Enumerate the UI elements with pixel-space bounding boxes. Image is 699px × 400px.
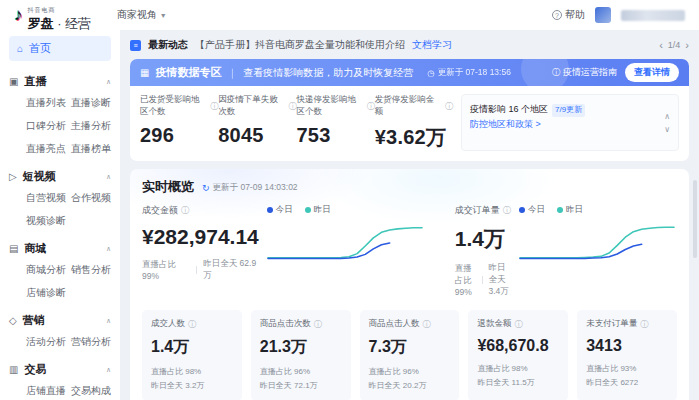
realtime-updated-text: 更新于 07-09 14:03:02 <box>213 182 298 194</box>
arrow-down-icon[interactable]: ∨ <box>664 125 670 134</box>
realtime-header: 实时概览 ↻更新于 07-09 14:03:02 <box>142 178 677 196</box>
sidebar-item[interactable]: 口碑分析 <box>26 119 67 133</box>
epidemic-guide-link[interactable]: ⓘ疫情运营指南 <box>552 66 617 79</box>
section-title: 直播 <box>24 74 46 89</box>
sidebar-item-label: 商城分析 <box>26 264 66 275</box>
section-title: 交易 <box>24 362 46 377</box>
sidebar-item-label: 视频诊断 <box>26 215 66 226</box>
legend-yesterday-label: 昨日 <box>566 204 583 216</box>
notice-policy-link[interactable]: 防控地区和政策 > <box>470 119 541 129</box>
metric-value: ¥68,670.8 <box>477 337 559 355</box>
metric-substats: 直播占比 98% 昨日全天 3.2万 <box>151 365 233 392</box>
sidebar-section: ◇ 营销 ∧ 活动分析营销分析 <box>9 313 111 349</box>
epidemic-data-card: ▦ 疫情数据专区 ｜ 查看疫情影响数据，助力及时恢复经营 ◷更新于 07-18 … <box>130 59 689 161</box>
banner-updated: ◷更新于 07-18 13:56 <box>427 67 511 79</box>
sidebar-item[interactable]: 主播分析 <box>71 119 112 133</box>
sidebar-item[interactable]: 活动分析 <box>26 335 67 349</box>
metric-card: 商品点击次数ⓘ 21.3万 直播占比 96% 昨日全天 72.1万 <box>251 310 351 400</box>
epidemic-stats-row: 已发货受影响地区个数ⓘ 296 因疫情下单失败次数ⓘ 8045 快递停发影响地区… <box>130 86 689 161</box>
info-icon[interactable]: ⓘ <box>445 101 453 112</box>
view-switcher[interactable]: 商家视角 ▼ <box>117 8 167 22</box>
sidebar-item[interactable]: 店铺诊断 <box>26 286 67 300</box>
info-icon[interactable]: ⓘ <box>640 319 648 330</box>
sidebar-section-header[interactable]: ▤ 商城 ∧ <box>9 241 111 256</box>
main-content: ≡ 最新动态 【产品手册】抖音电商罗盘全量功能和使用介绍 文档学习 ‹ 1/4 … <box>120 30 699 400</box>
sidebar-item[interactable]: 直播榜单 <box>71 142 112 156</box>
arrow-up-icon[interactable]: ∧ <box>664 112 670 121</box>
chevron-up-icon[interactable]: ∧ <box>106 78 111 86</box>
sidebar-section-header[interactable]: ▷ 短视频 ∧ <box>9 169 111 184</box>
info-icon[interactable]: ⓘ <box>514 319 522 330</box>
sidebar-item-label: 直播亮点 <box>26 143 66 154</box>
banner-title: 疫情数据专区 <box>155 65 221 80</box>
sidebar-item[interactable]: 直播诊断 <box>71 96 112 110</box>
info-icon[interactable]: ⓘ <box>423 319 431 330</box>
view-details-button[interactable]: 查看详情 <box>625 63 679 82</box>
today-dot-icon <box>267 207 273 213</box>
metric-live-share: 直播占比 93% <box>586 362 668 376</box>
info-icon[interactable]: ⓘ <box>367 101 375 112</box>
info-icon[interactable]: ⓘ <box>210 101 218 112</box>
sidebar-item-label: 口碑分析 <box>26 120 66 131</box>
panel-value: 1.4万 <box>455 225 511 253</box>
sidebar-item[interactable]: 自营视频 <box>26 191 67 205</box>
realtime-line-chart <box>267 220 425 262</box>
help-button[interactable]: ?帮助 <box>552 8 585 22</box>
metric-card: 退款金额ⓘ ¥68,670.8 直播占比 98% 昨日全天 11.5万 <box>468 310 568 400</box>
pager-next-icon[interactable]: › <box>685 39 689 51</box>
sidebar-section-header[interactable]: ◇ 营销 ∧ <box>9 313 111 328</box>
info-icon[interactable]: ⓘ <box>503 205 511 216</box>
sidebar-item[interactable]: 店铺直播 <box>26 384 67 398</box>
sidebar-item[interactable]: 商城分析 <box>26 263 67 277</box>
chart-legend: 今日 昨日 <box>267 204 425 216</box>
announcement-text[interactable]: 【产品手册】抖音电商罗盘全量功能和使用介绍 <box>195 38 405 52</box>
section-title: 短视频 <box>23 169 56 184</box>
info-icon[interactable]: ⓘ <box>289 101 297 112</box>
stat-value: 296 <box>140 124 218 147</box>
legend-yesterday: 昨日 <box>557 204 583 216</box>
notice-update-tag: 7/9更新 <box>552 104 585 117</box>
metric-yesterday-total: 昨日全天 3.2万 <box>151 379 233 393</box>
username-redacted <box>621 10 685 21</box>
realtime-panels: 成交金额ⓘ ¥282,974.14 直播占比 99% 昨日全天 62.9万 今日… <box>142 204 677 298</box>
info-icon[interactable]: ⓘ <box>188 319 196 330</box>
sidebar-item[interactable]: 合作视频 <box>71 191 112 205</box>
chevron-up-icon[interactable]: ∧ <box>106 317 111 325</box>
stat-label-row: 已发货受影响地区个数ⓘ <box>140 94 218 118</box>
app-logo[interactable]: ♪ 抖音电商 罗盘 · 经营 <box>14 0 91 31</box>
sidebar-item[interactable]: 销售分析 <box>71 263 112 277</box>
sidebar-item[interactable]: 营销分析 <box>71 335 112 349</box>
announcement-pager: ‹ 1/4 › <box>659 39 689 51</box>
chevron-up-icon[interactable]: ∧ <box>106 173 111 181</box>
pager-prev-icon[interactable]: ‹ <box>659 39 663 51</box>
stat-label: 因疫情下单失败次数 <box>218 94 285 118</box>
sidebar-item[interactable]: 直播亮点 <box>26 142 67 156</box>
chevron-up-icon[interactable]: ∧ <box>106 366 111 374</box>
top-bar: ♪ 抖音电商 罗盘 · 经营 商家视角 ▼ ?帮助 <box>0 0 699 30</box>
stat-label-row: 因疫情下单失败次数ⓘ <box>218 94 296 118</box>
banner-actions: ⓘ疫情运营指南 查看详情 <box>552 63 679 82</box>
sidebar-section-header[interactable]: ▣ 直播 ∧ <box>9 74 111 89</box>
sidebar-item-label: 直播列表 <box>26 97 66 108</box>
sidebar-item-label: 主播分析 <box>71 120 111 131</box>
chevron-up-icon[interactable]: ∧ <box>106 245 111 253</box>
sidebar-item-label: 营销分析 <box>71 336 111 347</box>
info-icon[interactable]: ⓘ <box>314 319 322 330</box>
avatar[interactable] <box>595 7 611 23</box>
sidebar-section: ▣ 直播 ∧ 直播列表直播诊断口碑分析主播分析直播亮点直播榜单 <box>9 74 111 156</box>
epidemic-stat: 已发货受影响地区个数ⓘ 296 <box>140 94 218 151</box>
announcement-doc-link[interactable]: 文档学习 <box>412 38 452 52</box>
scrollbar[interactable] <box>693 180 697 258</box>
sidebar-item[interactable]: 直播列表 <box>26 96 67 110</box>
sidebar-item-label: 直播诊断 <box>71 97 111 108</box>
info-icon[interactable]: ⓘ <box>181 205 189 216</box>
epidemic-banner-header: ▦ 疫情数据专区 ｜ 查看疫情影响数据，助力及时恢复经营 ◷更新于 07-18 … <box>130 59 689 86</box>
sidebar-section-header[interactable]: ▥ 交易 ∧ <box>9 362 111 377</box>
sidebar-item-home[interactable]: ⌂ 首页 <box>9 36 111 61</box>
home-icon: ⌂ <box>17 43 23 54</box>
view-switcher-label: 商家视角 <box>117 9 157 20</box>
sidebar-item[interactable]: 视频诊断 <box>26 214 67 228</box>
sidebar-item-label: 店铺诊断 <box>26 287 66 298</box>
sidebar-item[interactable]: 交易构成 <box>71 384 112 398</box>
refresh-icon[interactable]: ↻ <box>202 183 210 193</box>
